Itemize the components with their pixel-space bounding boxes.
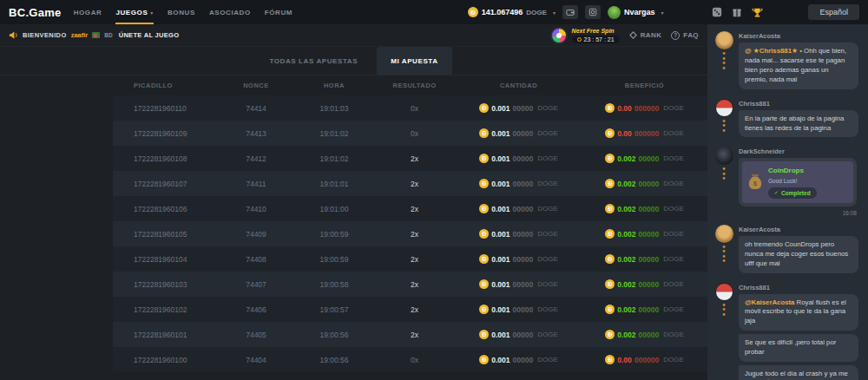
chat-username[interactable]: DarkSchneider [739, 147, 861, 155]
avatar[interactable] [715, 147, 733, 165]
amount-currency: DOGE [537, 305, 558, 313]
bet-profit: Ð 0.00200000 DOGE [582, 330, 707, 339]
nav-asociado[interactable]: ASOCIADO [209, 0, 251, 24]
bet-nonce: 74405 [217, 331, 295, 339]
main-nav: HOGAR JUEGOS ▾ BONUS ASOCIADO FÓRUM [74, 0, 293, 24]
bet-multiplier: 2x [373, 205, 456, 213]
avatar[interactable] [715, 283, 733, 301]
bet-time: 19:00:56 [295, 331, 373, 339]
topbar-right: Ð 141.067496 DOGE ▾ Nvargas ▾ [468, 4, 859, 20]
coindrop-completed-button[interactable]: ✓Completed [768, 187, 817, 199]
faq-link[interactable]: ? FAQ [671, 31, 699, 40]
wallet-button[interactable] [562, 5, 578, 19]
profit-main: 0.002 [617, 230, 635, 239]
free-spin-widget[interactable]: Next Free Spin 23 : 57 : 21 [550, 27, 620, 44]
trophy-icon [752, 7, 763, 18]
profit-currency: DOGE [663, 230, 684, 238]
amount-zeros: 00000 [513, 305, 534, 314]
table-row[interactable]: 1722281960109 74413 19:01:02 0x Ð 0.0010… [113, 121, 707, 146]
doge-coin-icon: Ð [605, 179, 615, 188]
vip-stars: ★★★★ [720, 245, 727, 264]
table-row[interactable]: 1722281960108 74412 19:01:02 2x Ð 0.0010… [113, 146, 707, 171]
chat-message: ★★★★ KaiserAcosta @ ★Chriss881★ • Ohh qu… [714, 31, 861, 93]
language-button[interactable]: Español [808, 4, 859, 20]
bet-profit: Ð 0.00200000 DOGE [582, 204, 707, 213]
bet-time: 19:00:57 [295, 305, 373, 314]
nav-forum[interactable]: FÓRUM [265, 0, 293, 24]
rank-label: RANK [641, 31, 662, 39]
bet-multiplier: 2x [373, 154, 456, 163]
chat-message: ★★★ DarkSchneider $ CoinDrops Good Luck!… [714, 147, 861, 218]
doge-coin-icon: Ð [605, 305, 615, 314]
avatar[interactable] [715, 31, 733, 49]
chat-bubble: Jugué todo el día al crash y ya me canso… [739, 365, 858, 380]
chat-username[interactable]: KaiserAcosta [739, 226, 861, 233]
rank-link[interactable]: RANK [629, 31, 662, 39]
amount-currency: DOGE [537, 255, 558, 263]
doge-coin-icon: Ð [479, 254, 489, 264]
doge-coin-icon: Ð [605, 154, 615, 163]
bet-amount: Ð 0.00100000 DOGE [456, 103, 582, 113]
chat-bubble: @ ★Chriss881★ • Ohh que bien, nada mal..… [739, 43, 858, 89]
vault-button[interactable] [585, 5, 601, 19]
table-row[interactable]: 1722281960102 74406 19:00:57 2x Ð 0.0010… [113, 297, 707, 322]
table-row[interactable]: 1722281960100 74404 19:00:56 0x Ð 0.0010… [113, 347, 707, 372]
tab-todas-las-apuestas[interactable]: TODAS LAS APUESTAS [255, 47, 372, 75]
table-row[interactable]: 1722281960110 74414 19:01:03 0x Ð 0.0010… [113, 95, 707, 121]
announcement-right: Next Free Spin 23 : 57 : 21 RANK ? [550, 27, 699, 44]
dice-button[interactable] [712, 7, 722, 17]
bet-hash: 1722281960108 [113, 154, 217, 163]
bet-time: 19:00:58 [295, 280, 373, 289]
doge-coin-icon: Ð [479, 229, 489, 239]
chat-message-left: ★★★ [714, 283, 733, 380]
doge-coin-icon: Ð [479, 355, 489, 364]
profit-zeros: 00000 [639, 280, 660, 289]
table-row[interactable]: 1722281960105 74409 19:00:59 2x Ð 0.0010… [113, 221, 707, 246]
balance-selector[interactable]: Ð 141.067496 DOGE ▾ [468, 7, 556, 17]
bet-nonce: 74411 [217, 180, 295, 188]
bet-amount: Ð 0.00100000 DOGE [456, 204, 582, 213]
avatar[interactable] [715, 225, 733, 243]
table-row[interactable]: 1722281960103 74407 19:00:58 2x Ð 0.0010… [113, 272, 707, 297]
mention[interactable]: @ ★Chriss881★ • [745, 47, 804, 55]
gift-button[interactable] [732, 7, 742, 17]
coindrop-card[interactable]: $ CoinDrops Good Luck! ✓Completed [742, 161, 853, 202]
doge-coin-icon: Ð [479, 279, 489, 289]
table-row[interactable]: 1722281960107 74411 19:01:01 2x Ð 0.0010… [113, 171, 707, 196]
nav-hogar[interactable]: HOGAR [74, 0, 102, 24]
trophy-button[interactable] [752, 7, 763, 18]
chat-username[interactable]: KaiserAcosta [739, 32, 861, 40]
amount-main: 0.001 [491, 356, 510, 364]
bet-hash: 1722281960109 [113, 129, 217, 138]
amount-main: 0.001 [491, 129, 510, 138]
doge-coin-icon: Ð [479, 154, 489, 163]
avatar[interactable] [715, 99, 733, 117]
chat-username[interactable]: Chriss881 [739, 100, 861, 108]
bet-nonce: 74406 [217, 305, 295, 314]
table-row[interactable]: 1722281960101 74405 19:00:56 2x Ð 0.0010… [113, 322, 707, 347]
table-row[interactable]: 1722281960104 74408 19:00:59 2x Ð 0.0010… [113, 246, 707, 272]
bet-multiplier: 2x [373, 280, 456, 289]
bet-profit: Ð 0.00200000 DOGE [582, 229, 707, 239]
announcement-username[interactable]: zaafir [71, 31, 89, 39]
logo[interactable]: BC.Game [9, 6, 62, 19]
tab-mi-apuesta[interactable]: MI APUESTA [377, 47, 451, 75]
chat-message-body: Chriss881 @KaiserAcosta Royal flush es e… [739, 283, 861, 380]
join-game-label[interactable]: ÚNETE AL JUEGO [119, 31, 180, 39]
amount-main: 0.001 [491, 205, 510, 213]
mention[interactable]: @KaiserAcosta [745, 298, 797, 306]
bets-tabs: TODAS LAS APUESTAS MI APUESTA [0, 47, 707, 75]
chat-bubbles: @ ★Chriss881★ • Ohh que bien, nada mal..… [739, 43, 861, 89]
chat-message: ★★★ Chriss881 En la parte de abajo de la… [714, 99, 861, 141]
free-spin-countdown: 23 : 57 : 21 [584, 36, 615, 43]
profit-zeros: 00000 [639, 180, 660, 188]
amount-currency: DOGE [537, 129, 558, 137]
profit-zeros: 000000 [635, 104, 659, 113]
chat-username[interactable]: Chriss881 [739, 284, 861, 292]
bet-profit: Ð 0.00200000 DOGE [582, 179, 707, 188]
nav-bonus[interactable]: BONUS [168, 0, 195, 24]
nav-juegos[interactable]: JUEGOS ▾ [115, 0, 154, 24]
user-menu[interactable]: Nvargas ▾ [608, 6, 664, 19]
table-row[interactable]: 1722281960106 74410 19:01:00 2x Ð 0.0010… [113, 196, 707, 221]
doge-coin-icon: Ð [605, 128, 615, 138]
